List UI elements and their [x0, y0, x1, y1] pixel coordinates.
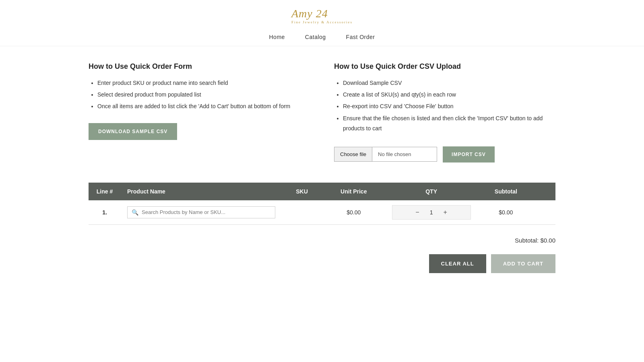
nav-home[interactable]: Home: [269, 34, 285, 40]
instructions-row: How to Use Quick Order Form Enter produc…: [89, 62, 555, 162]
order-table: Line # Product Name SKU Unit Price QTY S…: [89, 183, 555, 225]
logo-sub: Fine Jewelry & Accessories: [291, 20, 353, 24]
search-icon: 🔍: [132, 209, 138, 216]
qty-increase-button[interactable]: +: [438, 206, 453, 219]
csv-upload-area: Choose file No file chosen IMPORT CSV: [334, 146, 555, 162]
subtotal-value: $0.00: [540, 237, 555, 244]
search-wrapper: 🔍: [127, 206, 275, 218]
file-input-wrapper: Choose file No file chosen: [334, 147, 437, 162]
right-steps: Download Sample CSV Create a list of SKU…: [334, 78, 555, 134]
col-actions: [535, 183, 555, 200]
row-unit-price: $0.00: [322, 200, 386, 225]
left-steps: Enter product SKU or product name into s…: [89, 78, 310, 112]
subtotal-label: Subtotal:: [515, 237, 539, 244]
qty-control: − 1 +: [392, 205, 471, 220]
right-instructions: How to Use Quick Order CSV Upload Downlo…: [334, 62, 555, 162]
row-qty: − 1 +: [386, 200, 477, 225]
list-item: Create a list of SKU(s) and qty(s) in ea…: [343, 90, 555, 100]
table-row: 1. 🔍 $0.00 − 1 + $0.00: [89, 200, 555, 225]
list-item: Re-export into CSV and 'Choose File' but…: [343, 101, 555, 111]
col-line: Line #: [89, 183, 121, 200]
main-content: How to Use Quick Order Form Enter produc…: [80, 46, 564, 297]
left-instructions: How to Use Quick Order Form Enter produc…: [89, 62, 310, 162]
logo-text: Amy 24: [291, 7, 353, 20]
right-title: How to Use Quick Order CSV Upload: [334, 62, 555, 71]
row-product-name: 🔍: [121, 200, 282, 225]
list-item: Download Sample CSV: [343, 78, 555, 88]
list-item: Once all items are added to list click t…: [97, 101, 310, 111]
table-body: 1. 🔍 $0.00 − 1 + $0.00: [89, 200, 555, 225]
actions-row: CLEAR ALL ADD TO CART: [89, 254, 555, 273]
table-header: Line # Product Name SKU Unit Price QTY S…: [89, 183, 555, 200]
col-product: Product Name: [121, 183, 282, 200]
csv-upload-row: Choose file No file chosen IMPORT CSV: [334, 146, 555, 162]
row-subtotal: $0.00: [477, 200, 535, 225]
qty-decrease-button[interactable]: −: [410, 206, 425, 219]
site-header: Amy 24 Fine Jewelry & Accessories Home C…: [0, 0, 644, 46]
main-nav: Home Catalog Fast Order: [269, 28, 375, 46]
file-name-display: No file chosen: [372, 147, 437, 161]
row-line-number: 1.: [89, 200, 121, 225]
add-to-cart-button[interactable]: ADD TO CART: [491, 254, 555, 273]
nav-catalog[interactable]: Catalog: [305, 34, 326, 40]
col-unit-price: Unit Price: [322, 183, 386, 200]
left-title: How to Use Quick Order Form: [89, 62, 310, 71]
list-item: Select desired product from populated li…: [97, 90, 310, 100]
product-search-input[interactable]: [142, 209, 271, 215]
logo: Amy 24 Fine Jewelry & Accessories: [291, 7, 353, 24]
row-sku: [282, 200, 322, 225]
download-sample-csv-button[interactable]: DOWNLOAD SAMPLE CSV: [89, 123, 177, 140]
clear-all-button[interactable]: CLEAR ALL: [429, 254, 486, 273]
col-qty: QTY: [386, 183, 477, 200]
list-item: Ensure that the file chosen is listed an…: [343, 113, 555, 134]
col-sku: SKU: [282, 183, 322, 200]
qty-value: 1: [425, 206, 438, 219]
nav-fast-order[interactable]: Fast Order: [346, 34, 375, 40]
subtotal-row: Subtotal: $0.00: [89, 233, 555, 250]
col-subtotal: Subtotal: [477, 183, 535, 200]
list-item: Enter product SKU or product name into s…: [97, 78, 310, 88]
row-delete: [535, 200, 555, 225]
choose-file-button[interactable]: Choose file: [334, 147, 372, 161]
import-csv-button[interactable]: IMPORT CSV: [443, 146, 495, 162]
